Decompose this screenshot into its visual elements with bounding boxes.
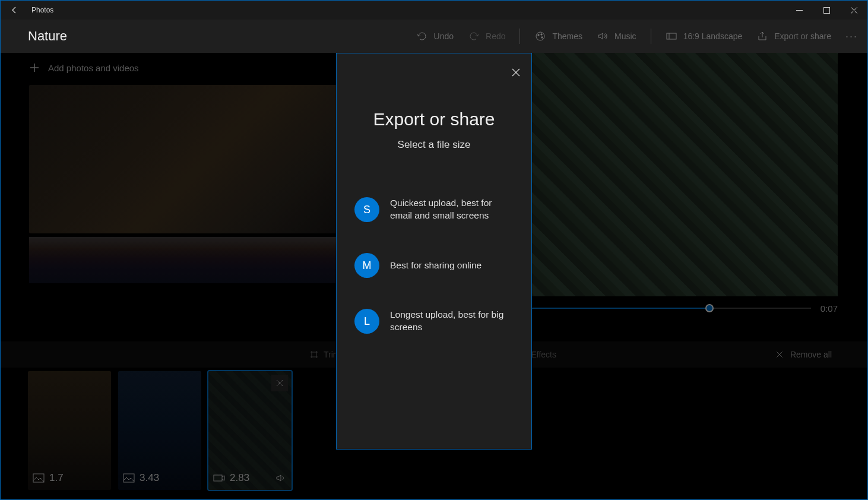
window-maximize-button[interactable] xyxy=(813,1,840,20)
speaker-icon xyxy=(597,30,609,42)
aspect-label: 16:9 Landscape xyxy=(683,31,743,41)
redo-icon xyxy=(468,30,480,42)
export-option-medium[interactable]: M Best for sharing online xyxy=(354,253,514,278)
size-badge: L xyxy=(354,309,379,334)
export-option-large[interactable]: L Longest upload, best for big screens xyxy=(354,309,514,334)
separator xyxy=(651,29,651,44)
svg-rect-6 xyxy=(667,33,676,39)
dialog-title: Export or share xyxy=(337,109,531,129)
undo-icon xyxy=(416,30,428,42)
themes-button[interactable]: Themes xyxy=(534,30,582,42)
size-badge: S xyxy=(354,197,379,222)
separator xyxy=(519,29,520,44)
project-title[interactable]: Nature xyxy=(28,29,67,44)
svg-rect-1 xyxy=(823,7,829,13)
size-badge: M xyxy=(354,253,379,278)
svg-point-4 xyxy=(541,34,542,35)
aspect-icon xyxy=(666,30,677,42)
aspect-button[interactable]: 16:9 Landscape xyxy=(666,30,743,42)
window-minimize-button[interactable] xyxy=(785,1,813,20)
svg-point-3 xyxy=(538,34,539,36)
option-text: Quickest upload, best for email and smal… xyxy=(390,197,514,222)
dialog-close-button[interactable] xyxy=(506,63,525,82)
redo-label: Redo xyxy=(486,31,505,41)
undo-button[interactable]: Undo xyxy=(416,30,454,42)
share-icon xyxy=(756,30,768,42)
more-button[interactable]: ··· xyxy=(845,30,858,43)
dialog-subtitle: Select a file size xyxy=(337,139,531,151)
palette-icon xyxy=(534,30,546,42)
option-text: Longest upload, best for big screens xyxy=(390,309,514,334)
back-button[interactable] xyxy=(1,5,29,15)
export-dialog: Export or share Select a file size S Qui… xyxy=(336,53,532,450)
export-option-small[interactable]: S Quickest upload, best for email and sm… xyxy=(354,197,514,222)
themes-label: Themes xyxy=(552,31,582,41)
svg-point-2 xyxy=(536,32,544,40)
app-name: Photos xyxy=(29,6,53,14)
window-close-button[interactable] xyxy=(840,1,867,20)
redo-button[interactable]: Redo xyxy=(468,30,505,42)
music-label: Music xyxy=(614,31,636,41)
option-text: Best for sharing online xyxy=(390,260,481,272)
svg-point-5 xyxy=(541,37,543,38)
export-button[interactable]: Export or share xyxy=(756,30,831,42)
header-toolbar: Nature Undo Redo Themes Music 16:9 Lands… xyxy=(1,20,867,53)
more-icon: ··· xyxy=(845,30,858,43)
music-button[interactable]: Music xyxy=(597,30,636,42)
export-label: Export or share xyxy=(774,31,831,41)
undo-label: Undo xyxy=(434,31,454,41)
titlebar: Photos xyxy=(1,1,867,20)
